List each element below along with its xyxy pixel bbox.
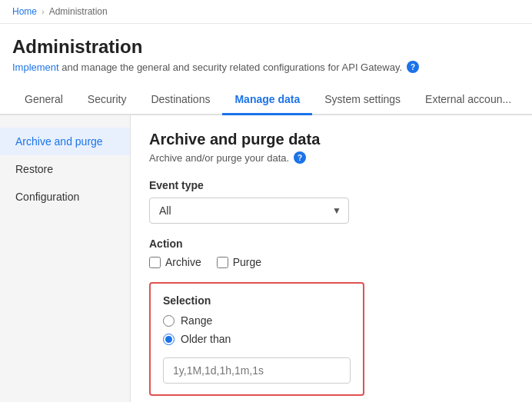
older-than-input[interactable] [163,357,351,384]
range-radio[interactable] [163,315,175,327]
tab-destinations[interactable]: Destinations [138,85,222,115]
subtitle-implement-link[interactable]: Implement [12,61,59,73]
action-row: Archive Purge [149,256,514,268]
action-label: Action [149,238,514,250]
purge-checkbox[interactable] [217,257,228,268]
selection-title: Selection [163,294,351,307]
tabs-bar: General Security Destinations Manage dat… [0,85,532,115]
older-than-radio-label[interactable]: Older than [163,333,351,345]
subtitle-text: and manage the general and security rela… [59,61,402,73]
breadcrumb-separator: › [42,7,45,16]
content-subtitle-text: Archive and/or purge your data. [149,152,289,164]
content-help-icon[interactable]: ? [294,151,306,164]
tab-security[interactable]: Security [75,85,139,115]
header-help-icon[interactable]: ? [407,61,419,73]
sidebar-item-configuration[interactable]: Configuration [0,183,130,211]
older-than-label: Older than [181,333,231,345]
page-subtitle: Implement and manage the general and sec… [12,61,520,73]
content-area: Archive and purge data Archive and/or pu… [131,115,532,402]
sidebar-item-archive-purge[interactable]: Archive and purge [0,128,130,155]
content-subtitle: Archive and/or purge your data. ? [149,151,514,164]
event-type-select[interactable]: All Transaction Monitoring Alert [149,198,349,224]
event-type-select-wrapper: All Transaction Monitoring Alert ▼ [149,198,349,224]
tab-system-settings[interactable]: System settings [312,85,413,115]
archive-label: Archive [165,256,201,268]
purge-label: Purge [233,256,261,268]
sidebar: Archive and purge Restore Configuration [0,115,131,402]
action-section: Action Archive Purge [149,238,514,268]
sidebar-item-restore[interactable]: Restore [0,155,130,183]
event-type-label: Event type [149,179,514,191]
event-type-section: Event type All Transaction Monitoring Al… [149,179,514,224]
archive-checkbox-label[interactable]: Archive [149,256,201,268]
page-header: Administration Implement and manage the … [0,24,532,73]
tab-general[interactable]: General [12,85,75,115]
main-layout: Archive and purge Restore Configuration … [0,115,532,402]
older-than-radio[interactable] [163,334,175,345]
breadcrumb-current: Administration [49,6,108,17]
range-label: Range [181,314,212,327]
tab-manage-data[interactable]: Manage data [222,85,312,115]
archive-checkbox[interactable] [149,257,161,268]
content-title: Archive and purge data [149,131,514,148]
breadcrumb: Home › Administration [0,0,532,24]
selection-box: Selection Range Older than [149,282,364,396]
page-title: Administration [12,36,520,58]
breadcrumb-home[interactable]: Home [12,6,37,17]
range-radio-label[interactable]: Range [163,314,351,327]
purge-checkbox-label[interactable]: Purge [217,256,261,268]
tab-external-account[interactable]: External accoun... [413,85,524,115]
